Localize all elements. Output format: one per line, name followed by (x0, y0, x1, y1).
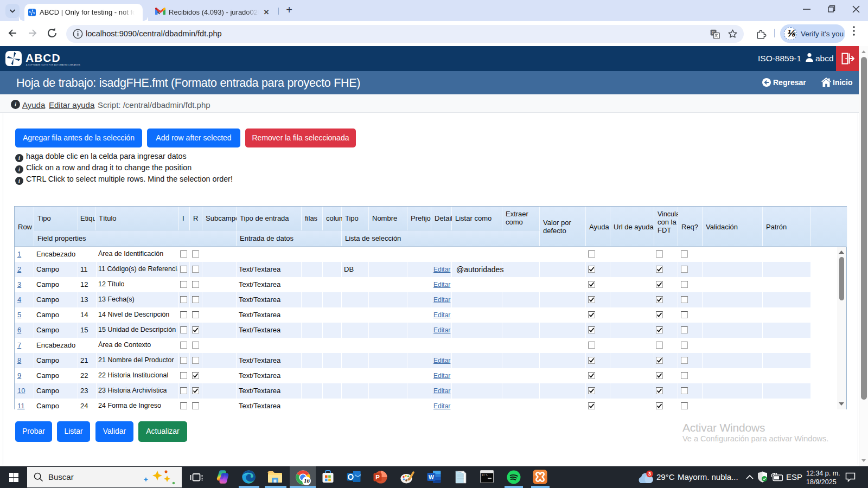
svg-text:P: P (375, 474, 380, 480)
svg-text:C:\: C:\ (482, 473, 488, 477)
svg-text:3: 3 (648, 471, 651, 477)
svg-text:W: W (429, 474, 434, 480)
